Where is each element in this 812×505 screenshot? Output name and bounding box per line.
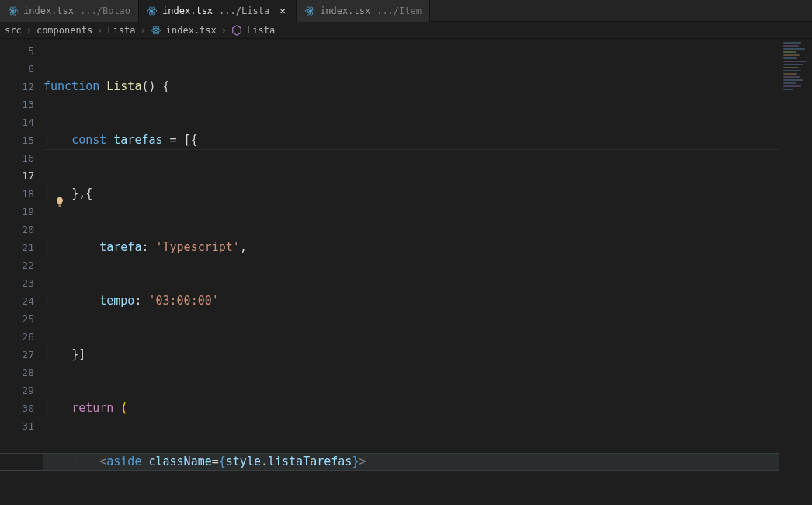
line-number: 6 — [0, 60, 34, 78]
tab-path: .../Item — [377, 5, 422, 16]
tab-filename: index.tsx — [23, 5, 74, 16]
line-number: 21 — [0, 239, 34, 256]
line-number: 28 — [0, 364, 34, 381]
code-line: │ const tarefas = [{ — [43, 131, 812, 149]
line-number: 25 — [0, 310, 34, 328]
line-number: 30 — [0, 399, 34, 417]
breadcrumb-part[interactable]: Lista — [247, 25, 275, 36]
line-number: 18 — [0, 185, 34, 203]
code-line: │ tempo: '03:00:00' — [43, 292, 812, 310]
line-number: 29 — [0, 381, 34, 399]
line-number: 23 — [0, 274, 34, 292]
chevron-right-icon: › — [221, 25, 227, 36]
breadcrumb-part[interactable]: src — [5, 25, 22, 36]
tab-bar: index.tsx .../Botao index.tsx .../Lista … — [0, 0, 812, 22]
line-number: 16 — [0, 149, 34, 167]
line-number: 20 — [0, 221, 34, 239]
line-gutter: 5 6 12 13 14 15 16 17 18 19 20 21 22 23 … — [0, 39, 43, 505]
line-number: 15 — [0, 131, 34, 149]
react-icon — [304, 5, 315, 16]
line-number: 31 — [0, 417, 34, 435]
tab-path: .../Botao — [80, 5, 130, 16]
line-number: 22 — [0, 256, 34, 274]
breadcrumb: src › components › Lista › index.tsx › L… — [0, 22, 812, 39]
svg-point-4 — [151, 10, 153, 12]
tab-filename: index.tsx — [162, 5, 213, 16]
tab-lista[interactable]: index.tsx .../Lista ✕ — [139, 0, 297, 22]
chevron-right-icon: › — [97, 25, 102, 36]
chevron-right-icon: › — [141, 25, 146, 36]
line-number: 17 — [0, 167, 34, 185]
line-number: 19 — [0, 203, 34, 221]
line-number: 14 — [0, 113, 34, 131]
chevron-right-icon: › — [26, 25, 32, 36]
svg-point-8 — [309, 10, 311, 12]
code-line: │ return ( — [43, 399, 812, 417]
code-line: │ },{ — [43, 185, 812, 203]
breadcrumb-part[interactable]: components — [36, 25, 92, 36]
tab-item[interactable]: index.tsx .../Item — [297, 0, 430, 22]
code-line: function Lista() { — [43, 78, 812, 96]
code-line: │ }] — [43, 346, 812, 364]
svg-point-0 — [12, 10, 14, 12]
react-icon — [147, 5, 158, 16]
breadcrumb-part[interactable]: Lista — [107, 25, 135, 36]
line-number: 5 — [0, 42, 34, 60]
line-number: 26 — [0, 328, 34, 346]
react-icon — [8, 5, 19, 16]
tab-botao[interactable]: index.tsx .../Botao — [0, 0, 139, 22]
code-editor[interactable]: 5 6 12 13 14 15 16 17 18 19 20 21 22 23 … — [0, 39, 812, 505]
code-line: │ │ <aside className={style.listaTarefas… — [43, 453, 812, 471]
line-number: 13 — [0, 96, 34, 113]
symbol-icon — [231, 25, 242, 36]
minimap[interactable] — [779, 39, 812, 505]
react-icon — [151, 25, 161, 36]
breadcrumb-part[interactable]: index.tsx — [166, 25, 217, 36]
svg-point-12 — [155, 29, 157, 30]
code-area[interactable]: function Lista() { │ const tarefas = [{ … — [43, 39, 812, 505]
tab-path: .../Lista — [219, 5, 269, 16]
tab-filename: index.tsx — [320, 5, 370, 16]
line-number: 27 — [0, 346, 34, 364]
line-number: 24 — [0, 292, 34, 310]
line-number: 12 — [0, 78, 34, 96]
code-line: │ tarefa: 'Typescript', — [43, 239, 812, 256]
close-icon[interactable]: ✕ — [277, 5, 288, 16]
